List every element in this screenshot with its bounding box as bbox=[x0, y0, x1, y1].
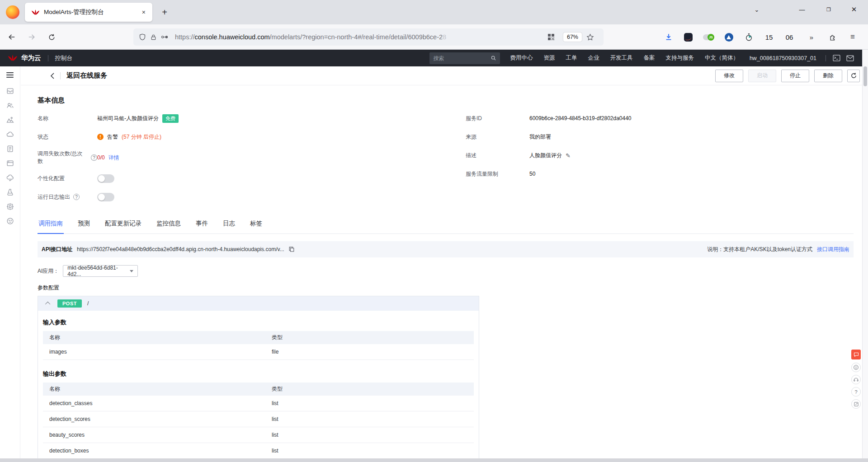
delete-button[interactable]: 删除 bbox=[814, 70, 842, 82]
account-name[interactable]: hw_008618750930307_01 bbox=[744, 55, 822, 61]
url-bar[interactable]: https://console.huaweicloud.com/modelart… bbox=[133, 28, 604, 46]
huawei-logo bbox=[8, 55, 18, 61]
cli-terminal-icon[interactable] bbox=[830, 53, 843, 63]
collapse-chevron-icon[interactable] bbox=[45, 302, 50, 307]
support-headset-icon[interactable] bbox=[851, 375, 861, 384]
firefox-icon[interactable] bbox=[6, 5, 19, 19]
traffic-limit-label: 服务流量限制 bbox=[466, 170, 529, 178]
url-text[interactable]: https://console.huaweicloud.com/modelart… bbox=[175, 33, 547, 41]
close-window-button[interactable]: ✕ bbox=[843, 0, 865, 19]
param-config-title: 参数配置 bbox=[38, 284, 854, 292]
help-icon[interactable]: ? bbox=[73, 194, 80, 200]
tracking-shield-icon[interactable] bbox=[139, 33, 146, 41]
sidebar-nav-icon-1[interactable] bbox=[6, 87, 14, 95]
javascript-toggle-icon[interactable]: JS bbox=[703, 24, 714, 50]
api-address-bar: API接口地址 https://7502f7ee04a848e0b9d6ccba… bbox=[38, 241, 854, 257]
nav-resources[interactable]: 资源 bbox=[538, 54, 560, 62]
browser-tab[interactable]: ModelArts-管理控制台 × bbox=[25, 3, 152, 22]
tab-usage-guide[interactable]: 调用指南 bbox=[38, 219, 64, 234]
nav-billing[interactable]: 费用中心 bbox=[505, 54, 538, 62]
nav-icp[interactable]: 备案 bbox=[638, 54, 660, 62]
nav-enterprise[interactable]: 企业 bbox=[582, 54, 604, 62]
traffic-limit-row: 服务流量限制 50 bbox=[466, 168, 854, 179]
search-icon[interactable] bbox=[491, 55, 496, 61]
post-panel-header[interactable]: POST / bbox=[38, 296, 479, 311]
list-tabs-icon[interactable]: ⌄ bbox=[745, 0, 768, 19]
sidebar-nav-icon-7[interactable] bbox=[6, 174, 14, 182]
table-header: 名称 类型 bbox=[43, 331, 474, 344]
reload-icon[interactable] bbox=[45, 31, 58, 43]
url-path: /modelarts/?region=cn-north-4#/real-time… bbox=[270, 33, 443, 41]
nav-support[interactable]: 支持与服务 bbox=[660, 54, 699, 62]
description-row: 描述 人脸颜值评分 ✎ bbox=[466, 150, 854, 161]
tab-config-updates[interactable]: 配置更新记录 bbox=[104, 219, 142, 233]
stopwatch-icon[interactable] bbox=[743, 24, 755, 50]
sidebar-nav-icon-3[interactable] bbox=[6, 116, 14, 124]
extensions-puzzle-icon[interactable] bbox=[827, 24, 839, 50]
start-button[interactable]: 启动 bbox=[748, 70, 776, 82]
ai-app-select[interactable]: mkt-dee564dd-6d81-4d2... bbox=[63, 265, 138, 277]
personalize-row: 个性化配置 bbox=[38, 173, 466, 184]
back-icon[interactable] bbox=[5, 31, 18, 43]
minimize-button[interactable]: — bbox=[791, 0, 813, 19]
sidebar-nav-icon-9[interactable] bbox=[6, 203, 14, 210]
permissions-icon[interactable] bbox=[161, 33, 168, 41]
zoom-level-badge[interactable]: 67% bbox=[563, 33, 582, 42]
help-icon[interactable]: ? bbox=[91, 154, 97, 161]
menu-icon[interactable]: ≡ bbox=[847, 24, 859, 50]
survey-pencil-icon[interactable] bbox=[851, 399, 861, 409]
edit-icon[interactable]: ✎ bbox=[566, 152, 571, 159]
modify-button[interactable]: 修改 bbox=[715, 70, 743, 82]
sidebar-nav-icon-10[interactable] bbox=[6, 217, 14, 225]
header-search[interactable] bbox=[429, 52, 500, 64]
sidebar-nav-icon-8[interactable] bbox=[6, 188, 14, 196]
clock-minutes[interactable]: 06 bbox=[783, 24, 795, 50]
feedback-icon[interactable] bbox=[851, 350, 861, 359]
stop-button[interactable]: 停止 bbox=[781, 70, 809, 82]
restore-button[interactable]: ❐ bbox=[817, 0, 840, 19]
new-tab-button[interactable]: + bbox=[158, 6, 171, 19]
refresh-button[interactable] bbox=[847, 70, 860, 82]
url-protocol: https:// bbox=[175, 33, 195, 41]
satisfaction-smiley-icon[interactable] bbox=[851, 363, 861, 372]
api-guide-link[interactable]: 接口调用指南 bbox=[817, 246, 849, 253]
tab-logs[interactable]: 日志 bbox=[222, 219, 236, 233]
input-params-title: 输入参数 bbox=[43, 318, 474, 327]
console-link[interactable]: 控制台 bbox=[55, 54, 73, 62]
sidebar-nav-icon-6[interactable] bbox=[6, 159, 14, 167]
tab-close-icon[interactable]: × bbox=[139, 7, 149, 17]
qr-code-icon[interactable] bbox=[547, 33, 555, 41]
sidebar-menu-icon[interactable] bbox=[6, 72, 14, 78]
search-input[interactable] bbox=[433, 55, 491, 61]
tab-prediction[interactable]: 预测 bbox=[77, 219, 91, 233]
copy-icon[interactable] bbox=[288, 246, 295, 252]
nav-language[interactable]: 中文（简体） bbox=[699, 54, 744, 62]
blue-extension-icon[interactable] bbox=[723, 24, 735, 50]
details-link[interactable]: 详情 bbox=[108, 154, 119, 162]
nav-devtools[interactable]: 开发工具 bbox=[604, 54, 638, 62]
sidebar-nav-icon-5[interactable] bbox=[6, 145, 14, 153]
sidebar-nav-icon-4[interactable] bbox=[6, 131, 14, 138]
personalize-toggle[interactable] bbox=[97, 174, 114, 183]
page-title[interactable]: 返回在线服务 bbox=[66, 71, 107, 80]
lock-icon[interactable] bbox=[150, 34, 157, 41]
page-scrollbar[interactable] bbox=[862, 50, 868, 458]
messages-mail-icon[interactable] bbox=[843, 53, 857, 63]
clock-hours[interactable]: 15 bbox=[763, 24, 775, 50]
nav-tickets[interactable]: 工单 bbox=[560, 54, 582, 62]
log-output-toggle[interactable] bbox=[97, 193, 114, 201]
scrollbar-thumb[interactable] bbox=[863, 66, 867, 86]
toolbar-overflow-icon[interactable]: » bbox=[806, 24, 817, 50]
log-output-label: 运行日志输出 bbox=[38, 193, 70, 201]
bookmark-star-icon[interactable] bbox=[586, 33, 594, 41]
download-icon[interactable] bbox=[663, 24, 675, 50]
forward-icon[interactable] bbox=[25, 31, 38, 43]
back-button[interactable] bbox=[50, 73, 55, 79]
help-question-icon[interactable]: ? bbox=[851, 387, 861, 397]
tab-monitoring[interactable]: 监控信息 bbox=[156, 219, 182, 233]
dark-extension-icon[interactable] bbox=[682, 24, 694, 50]
sidebar-nav-icon-2[interactable] bbox=[6, 102, 14, 109]
brand-name[interactable]: 华为云 bbox=[21, 54, 41, 62]
tab-tags[interactable]: 标签 bbox=[249, 219, 263, 233]
tab-events[interactable]: 事件 bbox=[195, 219, 209, 233]
